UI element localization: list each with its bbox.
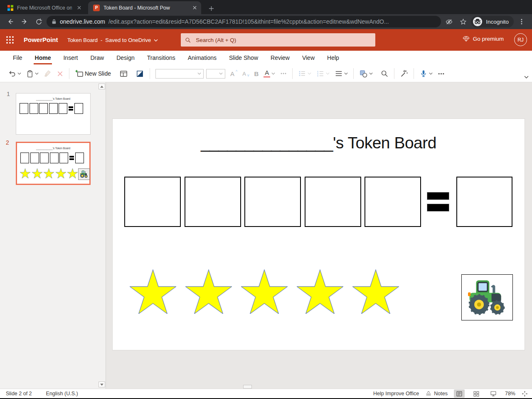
bullets-button[interactable] xyxy=(296,67,314,80)
powerpoint-favicon: P xyxy=(93,5,100,11)
zoom-level[interactable]: 78% xyxy=(505,391,515,397)
thumbnails-scroll-down-button[interactable] xyxy=(99,382,105,387)
fit-slide-to-window-button[interactable] xyxy=(522,391,528,397)
app-launcher-button[interactable] xyxy=(4,34,16,46)
star-shape[interactable] xyxy=(130,269,176,314)
notes-splitter-handle[interactable] xyxy=(243,385,252,389)
tractor-image[interactable] xyxy=(461,274,513,320)
slide-thumbnail-2[interactable]: ___________'s Token Board xyxy=(16,142,91,185)
tab-transitions[interactable]: Transitions xyxy=(141,51,182,65)
grow-font-button[interactable]: A^ xyxy=(228,67,240,80)
more-font-options-button[interactable] xyxy=(278,67,289,80)
star-shape[interactable] xyxy=(185,269,232,314)
slide-indicator: Slide 2 of 2 xyxy=(6,391,32,397)
go-premium-button[interactable]: Go premium xyxy=(463,36,504,42)
equals-sign[interactable] xyxy=(427,192,449,212)
app-name[interactable]: PowerPoint xyxy=(24,36,58,43)
slideshow-view-button[interactable] xyxy=(488,389,499,398)
reload-button[interactable] xyxy=(32,15,45,28)
mini-slide-title: ___________'s Token Board xyxy=(16,97,90,100)
font-size-value xyxy=(206,69,225,79)
help-improve-office-link[interactable]: Help Improve Office xyxy=(373,391,419,397)
more-commands-button[interactable] xyxy=(435,67,447,80)
slide-title[interactable]: _______________'s Token Board xyxy=(113,134,525,152)
new-tab-button[interactable] xyxy=(206,3,216,13)
format-painter-button[interactable] xyxy=(41,67,54,80)
star-shape[interactable] xyxy=(297,269,343,314)
divider xyxy=(353,68,354,79)
shrink-font-button[interactable]: Av xyxy=(240,67,251,80)
undo-button[interactable] xyxy=(6,67,24,80)
tab-help[interactable]: Help xyxy=(321,51,345,65)
url-bar[interactable]: onedrive.live.com/edit.aspx?action=edit&… xyxy=(47,16,441,27)
tab-close-icon[interactable] xyxy=(76,5,82,11)
mini-token-box xyxy=(20,103,28,114)
shapes-button[interactable] xyxy=(357,67,375,80)
incognito-badge: Incognito xyxy=(471,16,514,27)
back-button[interactable] xyxy=(4,15,17,28)
bookmark-star-icon[interactable] xyxy=(457,15,469,28)
search-box[interactable] xyxy=(181,33,375,47)
numbering-button[interactable] xyxy=(314,67,332,80)
font-size-dropdown[interactable] xyxy=(206,67,228,80)
slide-thumbnail-1[interactable]: ___________'s Token Board xyxy=(16,93,91,135)
font-name-dropdown[interactable] xyxy=(153,67,206,80)
find-button[interactable] xyxy=(378,67,391,80)
browser-address-bar: onedrive.live.com/edit.aspx?action=edit&… xyxy=(0,14,532,29)
forward-button[interactable] xyxy=(18,15,31,28)
tab-animations[interactable]: Animations xyxy=(182,51,223,65)
font-color-button[interactable]: A xyxy=(261,67,278,80)
dictate-button[interactable] xyxy=(417,67,435,80)
tab-insert[interactable]: Insert xyxy=(57,51,84,65)
tab-close-icon[interactable] xyxy=(191,5,198,11)
chevron-down-icon xyxy=(197,72,201,75)
token-box[interactable] xyxy=(185,177,241,227)
token-box[interactable] xyxy=(305,177,361,227)
browser-tab-token-board[interactable]: P Token Board - Microsoft Pow xyxy=(88,1,201,14)
avatar[interactable]: RJ xyxy=(514,33,527,46)
star-shape[interactable] xyxy=(241,269,288,314)
tab-file[interactable]: File xyxy=(7,51,29,65)
designer-button[interactable] xyxy=(397,67,411,80)
slide-sorter-view-button[interactable] xyxy=(471,389,482,398)
language-selector[interactable]: English (U.S.) xyxy=(46,391,78,397)
mini-slide-title: ___________'s Token Board xyxy=(17,147,89,150)
token-box[interactable] xyxy=(365,177,421,227)
ribbon-tab-bar: File Home Insert Draw Design Transitions… xyxy=(0,51,532,65)
reward-box[interactable] xyxy=(456,177,512,227)
delete-button[interactable] xyxy=(54,67,66,80)
mini-star-icon xyxy=(20,168,30,178)
new-slide-button[interactable]: New Slide xyxy=(72,67,113,80)
tab-home[interactable]: Home xyxy=(29,51,57,65)
align-text-button[interactable] xyxy=(332,67,350,80)
tracking-protection-eye-off-icon[interactable] xyxy=(443,15,455,28)
browser-menu-icon[interactable] xyxy=(515,15,528,28)
token-box[interactable] xyxy=(244,177,301,227)
mini-equals-sign xyxy=(69,106,73,111)
layout-button[interactable] xyxy=(117,67,131,80)
background-fill-button[interactable] xyxy=(133,67,147,80)
tab-review[interactable]: Review xyxy=(264,51,296,65)
tab-slide-show[interactable]: Slide Show xyxy=(223,51,264,65)
browser-tab-office-online[interactable]: Free Microsoft Office online xyxy=(2,1,86,14)
chevron-down-icon xyxy=(17,72,21,75)
chevron-down-icon xyxy=(326,72,330,75)
tab-view[interactable]: View xyxy=(296,51,321,65)
thumbnails-scroll-up-button[interactable] xyxy=(99,84,105,89)
star-shape[interactable] xyxy=(352,269,399,314)
normal-view-button[interactable] xyxy=(454,389,465,398)
token-box[interactable] xyxy=(124,177,181,227)
notes-label: Notes xyxy=(434,391,448,397)
new-slide-label: New Slide xyxy=(85,70,111,77)
tab-design[interactable]: Design xyxy=(110,51,141,65)
notes-toggle[interactable]: Notes xyxy=(425,391,448,397)
paste-button[interactable] xyxy=(24,67,41,80)
bold-button[interactable]: B xyxy=(251,67,261,80)
tab-draw[interactable]: Draw xyxy=(84,51,110,65)
collapse-ribbon-button[interactable] xyxy=(524,76,529,79)
search-input[interactable] xyxy=(195,37,371,44)
divider xyxy=(69,68,69,79)
incognito-label: Incognito xyxy=(486,19,509,25)
divider xyxy=(394,68,394,79)
document-meta[interactable]: Token Board - Saved to OneDrive xyxy=(67,37,158,43)
